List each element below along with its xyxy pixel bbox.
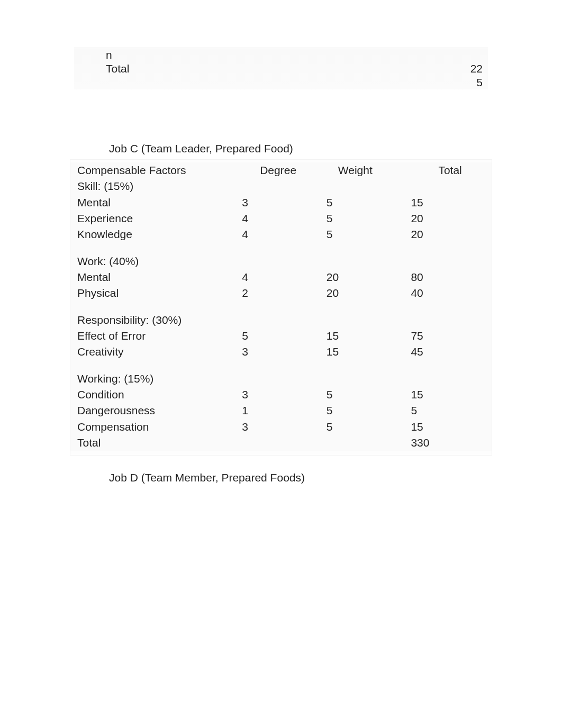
table-row: Condition 3 5 15 [70, 387, 492, 403]
total-cell: 15 [407, 419, 492, 435]
total-cell: 20 [407, 226, 492, 242]
degree-cell: 1 [239, 403, 323, 418]
table-row: Experience 4 5 20 [70, 211, 492, 226]
degree-cell [297, 48, 359, 62]
total-cell: 45 [407, 344, 492, 360]
factor-cell: Total [70, 435, 239, 451]
table-row: Dangerousness 1 5 5 [70, 403, 492, 418]
table-row: Compensation 3 5 15 [70, 419, 492, 435]
weight-cell [360, 48, 422, 62]
header-weight: Weight [323, 162, 408, 178]
group-heading-row: Work: (40%) [70, 253, 492, 269]
table-row: Physical 2 20 40 [70, 285, 492, 301]
degree-cell: 4 [239, 269, 323, 285]
weight-cell: 5 [323, 211, 408, 226]
degree-cell: 3 [239, 419, 323, 435]
weight-cell: 20 [323, 269, 408, 285]
job-d-title: Job D (Team Member, Prepared Foods) [109, 471, 562, 484]
factor-cell: Compensation [70, 419, 239, 435]
table-row: Mental 3 5 15 [70, 195, 492, 211]
degree-cell: 3 [239, 195, 323, 211]
weight-cell: 20 [323, 285, 408, 301]
weight-cell: 15 [323, 344, 408, 360]
job-c-table: Compensable Factors Degree Weight Total … [70, 159, 492, 456]
weight-cell: 5 [323, 419, 408, 435]
total-cell: 15 [407, 195, 492, 211]
table-row: Total 22 [74, 62, 488, 76]
header-degree: Degree [239, 162, 323, 178]
factor-cell: Mental [70, 269, 239, 285]
table-row: Effect of Error 5 15 75 [70, 328, 492, 344]
total-cell: 5 [407, 403, 492, 418]
degree-cell [239, 435, 323, 451]
total-cell: 20 [407, 211, 492, 226]
total-cell: 330 [407, 435, 492, 451]
table-row: Creativity 3 15 45 [70, 344, 492, 360]
group-heading-row: Responsibility: (30%) [70, 312, 492, 328]
factor-cell: Effect of Error [70, 328, 239, 344]
weight-cell: 15 [323, 328, 408, 344]
group-heading: Responsibility: (30%) [70, 312, 239, 328]
total-cell: 5 [422, 76, 488, 89]
degree-cell [297, 76, 359, 89]
degree-cell: 4 [239, 226, 323, 242]
factor-cell: Creativity [70, 344, 239, 360]
table-header-row: Compensable Factors Degree Weight Total [70, 162, 492, 178]
factor-cell: Total [74, 62, 297, 76]
degree-cell: 5 [239, 328, 323, 344]
group-heading: Working: (15%) [70, 371, 239, 387]
group-heading: Skill: (15%) [70, 178, 239, 194]
group-heading: Work: (40%) [70, 253, 239, 269]
weight-cell [360, 76, 422, 89]
factor-cell: Dangerousness [70, 403, 239, 418]
factor-cell: Knowledge [70, 226, 239, 242]
total-cell: 40 [407, 285, 492, 301]
weight-cell [323, 435, 408, 451]
table-row: 5 [74, 76, 488, 89]
total-cell: 75 [407, 328, 492, 344]
weight-cell: 5 [323, 226, 408, 242]
weight-cell: 5 [323, 403, 408, 418]
job-c-title: Job C (Team Leader, Prepared Food) [109, 142, 562, 155]
degree-cell: 4 [239, 211, 323, 226]
weight-cell: 5 [323, 195, 408, 211]
degree-cell: 2 [239, 285, 323, 301]
weight-cell: 5 [323, 387, 408, 403]
total-cell: 15 [407, 387, 492, 403]
header-total: Total [407, 162, 492, 178]
degree-cell: 3 [239, 344, 323, 360]
total-cell [422, 48, 488, 62]
total-row: Total 330 [70, 435, 492, 451]
factor-cell: Experience [70, 211, 239, 226]
table-row: n [74, 48, 488, 62]
factor-cell: Mental [70, 195, 239, 211]
table-row: Mental 4 20 80 [70, 269, 492, 285]
degree-cell: 3 [239, 387, 323, 403]
weight-cell [360, 62, 422, 76]
total-cell: 80 [407, 269, 492, 285]
top-fragment-table: n Total 22 5 [74, 48, 488, 89]
header-factor: Compensable Factors [70, 162, 239, 178]
group-heading-row: Working: (15%) [70, 371, 492, 387]
factor-cell [74, 76, 297, 89]
total-cell: 22 [422, 62, 488, 76]
factor-cell: n [74, 48, 297, 62]
degree-cell [297, 62, 359, 76]
table-row: Knowledge 4 5 20 [70, 226, 492, 242]
group-heading-row: Skill: (15%) [70, 178, 492, 194]
factor-cell: Physical [70, 285, 239, 301]
factor-cell: Condition [70, 387, 239, 403]
